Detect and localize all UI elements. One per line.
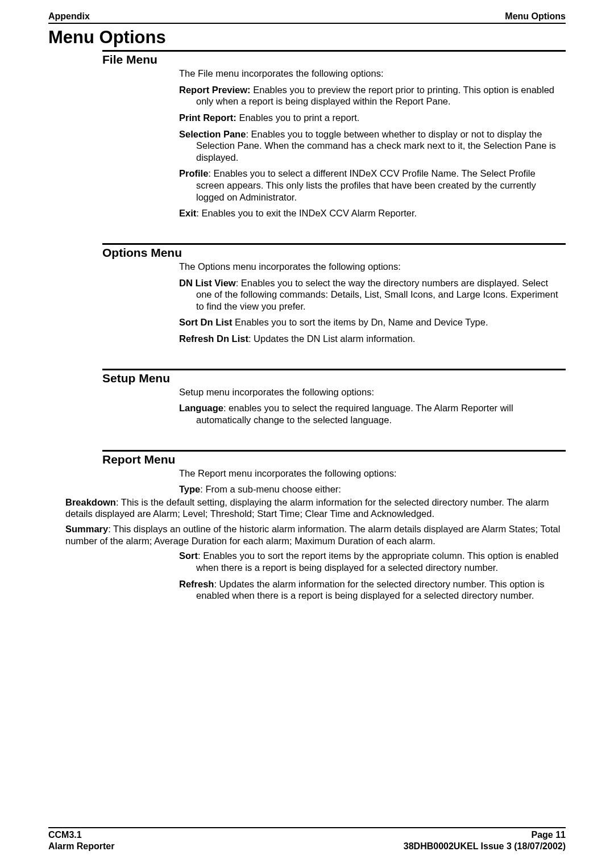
- menu-item: Refresh Dn List: Updates the DN List ala…: [179, 333, 566, 345]
- section-title: File Menu: [102, 53, 566, 66]
- section-options-menu: Options Menu The Options menu incorporat…: [48, 243, 566, 345]
- section-title: Setup Menu: [102, 372, 566, 385]
- footer-right-1: Page 11: [532, 829, 566, 841]
- section-rule: [102, 243, 566, 245]
- menu-item: Refresh: Updates the alarm information f…: [179, 578, 566, 602]
- menu-item: Print Report: Enables you to print a rep…: [179, 112, 566, 124]
- menu-item: Sort Dn List Enables you to sort the ite…: [179, 316, 566, 328]
- menu-item: Selection Pane: Enables you to toggle be…: [179, 128, 566, 164]
- section-title: Options Menu: [102, 246, 566, 260]
- section-intro: The Report menu incorporates the followi…: [179, 468, 566, 479]
- menu-item: Profile: Enables you to select a differe…: [179, 168, 566, 203]
- section-rule: [102, 369, 566, 370]
- footer-rule: [48, 827, 566, 828]
- section-rule: [102, 450, 566, 452]
- section-report-menu: Report Menu The Report menu incorporates…: [48, 450, 566, 602]
- page-title: Menu Options: [48, 27, 566, 48]
- footer-right-2: 38DHB0002UKEL Issue 3 (18/07/2002): [404, 841, 566, 852]
- menu-item: Report Preview: Enables you to preview t…: [179, 84, 566, 107]
- menu-item: Sort: Enables you to sort the report ite…: [179, 550, 566, 573]
- footer-left-1: CCM3.1: [48, 829, 82, 841]
- menu-subitem: Breakdown: This is the default setting, …: [65, 496, 566, 520]
- section-intro: The Options menu incorporates the follow…: [179, 261, 566, 273]
- page-header: Appendix Menu Options: [48, 11, 566, 24]
- section-rule: [102, 50, 566, 52]
- menu-item: Language: enables you to select the requ…: [179, 402, 566, 425]
- section-intro: The File menu incorporates the following…: [179, 68, 566, 80]
- section-setup-menu: Setup Menu Setup menu incorporates the f…: [48, 369, 566, 426]
- section-title: Report Menu: [102, 453, 566, 466]
- section-file-menu: File Menu The File menu incorporates the…: [48, 50, 566, 219]
- section-intro: Setup menu incorporates the following op…: [179, 386, 566, 398]
- header-right: Menu Options: [505, 11, 566, 22]
- menu-item: DN List View: Enables you to select the …: [179, 277, 566, 312]
- menu-item: Exit: Enables you to exit the INDeX CCV …: [179, 207, 566, 219]
- page-footer: CCM3.1 Page 11 Alarm Reporter 38DHB0002U…: [48, 827, 566, 852]
- footer-left-2: Alarm Reporter: [48, 841, 114, 852]
- menu-item: Type: From a sub-menu choose either:: [179, 483, 566, 495]
- menu-subitem: Summary: This displays an outline of the…: [65, 523, 566, 546]
- header-left: Appendix: [48, 11, 90, 22]
